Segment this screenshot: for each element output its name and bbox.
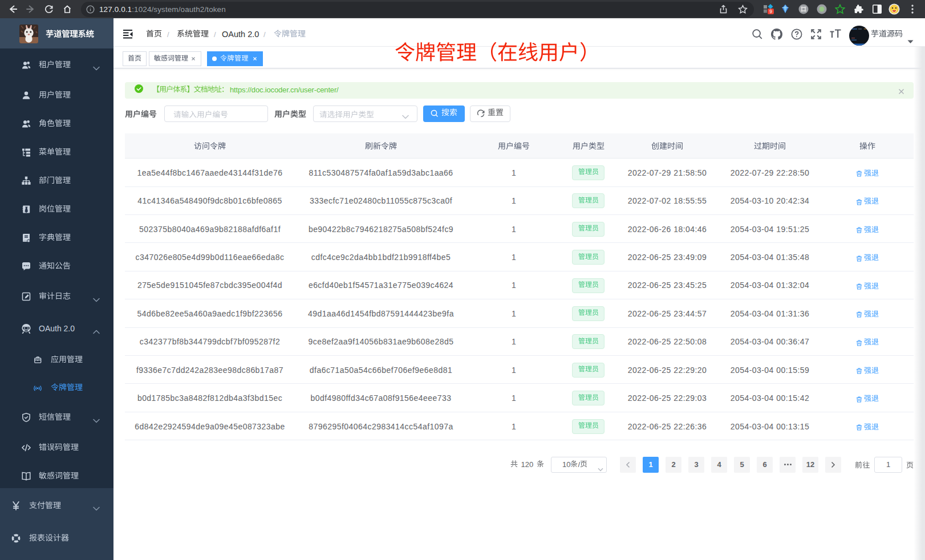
svg-text:9: 9 — [769, 9, 772, 14]
